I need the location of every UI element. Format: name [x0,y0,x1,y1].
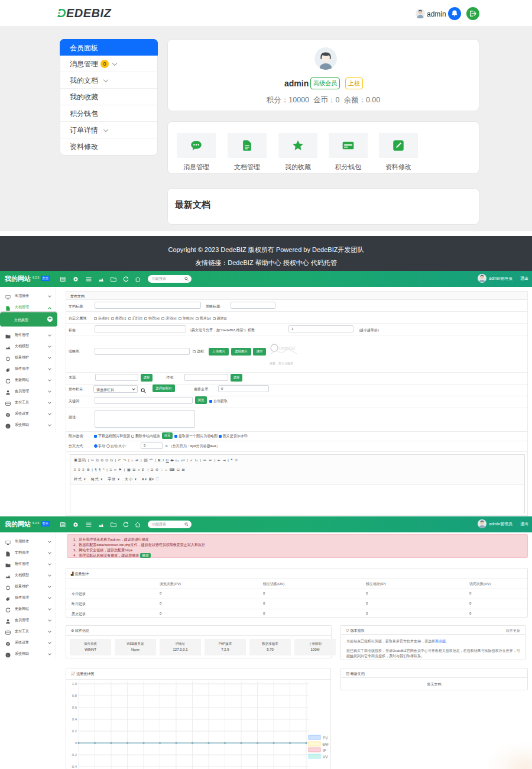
svg-text:0: 0 [75,741,77,745]
svg-text:0.6: 0.6 [72,706,77,709]
svg-text:-0.4: -0.4 [71,765,77,768]
svg-text:1.0: 1.0 [72,682,77,686]
svg-text:0.2: 0.2 [72,729,77,733]
svg-text:0.4: 0.4 [72,718,77,721]
svg-text:VV: VV [323,755,328,759]
svg-text:0.8: 0.8 [72,694,77,697]
svg-text:IP: IP [323,748,326,752]
svg-text:UV: UV [323,742,329,747]
svg-text:PV: PV [323,736,328,740]
svg-text:-0.2: -0.2 [71,753,77,757]
